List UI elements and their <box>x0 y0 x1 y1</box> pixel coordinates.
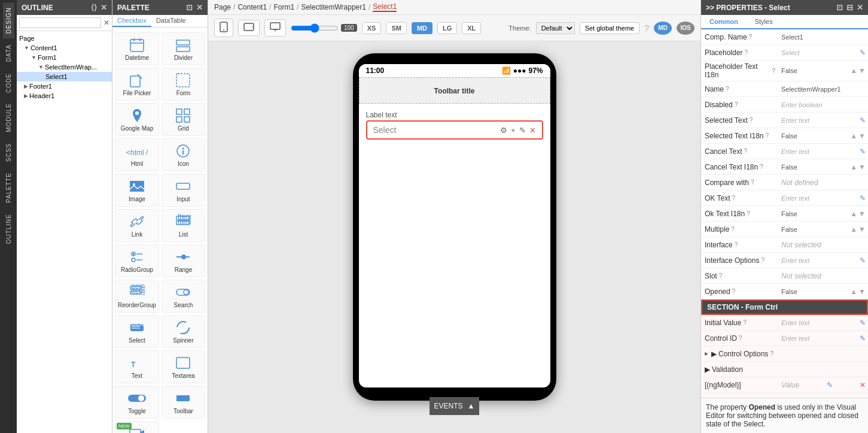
palette-expand-icon[interactable]: ⊡ <box>186 3 193 12</box>
ok-text-input[interactable] <box>781 195 858 202</box>
multiple-arrow-down[interactable]: ▼ <box>858 225 866 234</box>
tab-design[interactable]: DESIGN <box>3 2 14 38</box>
selected-text-i18n-help[interactable]: ? <box>766 132 769 139</box>
size-sm-btn[interactable]: SM <box>386 22 407 34</box>
outline-item-select1[interactable]: Select1 ➤ <box>17 72 112 81</box>
palette-item-image[interactable]: Image <box>115 174 159 207</box>
tab-palette[interactable]: PALETTE <box>3 168 14 208</box>
size-md-btn[interactable]: MD <box>412 22 433 34</box>
palette-item-toolbar[interactable]: Toolbar <box>162 386 205 419</box>
multiple-arrow-up[interactable]: ▲ <box>850 225 857 234</box>
palette-item-grid[interactable]: Grid <box>162 103 205 136</box>
outline-item-footer1[interactable]: ▶ Footer1 <box>17 81 112 91</box>
outline-search-input[interactable] <box>19 17 101 28</box>
events-button[interactable]: EVENTS ▲ <box>430 397 480 415</box>
selected-text-edit-icon[interactable]: ✎ <box>860 116 866 125</box>
control-options-help[interactable]: ? <box>770 350 773 357</box>
opened-arrow-down[interactable]: ▼ <box>858 287 866 296</box>
opened-help[interactable]: ? <box>732 288 736 295</box>
tab-code[interactable]: CODE <box>3 68 14 98</box>
select-delete-icon[interactable]: ✕ <box>529 126 536 135</box>
help-icon[interactable]: ? <box>644 23 649 33</box>
placeholder-help[interactable]: ? <box>744 49 748 56</box>
validation-arrow[interactable]: ▶ <box>705 365 710 374</box>
selected-text-help[interactable]: ? <box>750 117 753 123</box>
set-global-theme-btn[interactable]: Set global theme <box>580 22 640 34</box>
palette-item-text[interactable]: T Text <box>115 350 159 383</box>
st-i18n-arrow-up[interactable]: ▲ <box>850 132 857 140</box>
interface-help[interactable]: ? <box>735 241 738 248</box>
device-tablet-btn[interactable] <box>238 20 260 36</box>
platform-md-btn[interactable]: MD <box>654 22 672 35</box>
select-gear-icon[interactable]: ⚙ <box>500 126 507 135</box>
props-icon1[interactable]: ⊡ <box>836 3 843 12</box>
palette-item-radiogroup[interactable]: RadioGroup <box>115 244 159 277</box>
outline-item-content1[interactable]: ▼ Content1 <box>17 43 112 53</box>
tab-data[interactable]: DATA <box>3 40 14 66</box>
palette-item-range[interactable]: Range <box>162 244 205 277</box>
palette-item-input[interactable]: Input <box>162 174 205 207</box>
multiple-help[interactable]: ? <box>731 226 735 232</box>
select-component[interactable]: Select ⚙ + ✎ ✕ <box>366 120 543 140</box>
tab-styles[interactable]: Styles <box>747 15 781 29</box>
palette-item-reordergroup[interactable]: Item 1Item 2 ReorderGroup <box>115 280 159 313</box>
palette-item-divider[interactable]: Divider <box>162 32 205 65</box>
placeholder-i18n-arrow-down[interactable]: ▼ <box>858 66 866 75</box>
initial-value-input[interactable] <box>781 319 858 326</box>
outline-collapse-icon[interactable]: ⟨⟩ <box>91 3 97 12</box>
interface-options-help[interactable]: ? <box>761 257 765 264</box>
placeholder-i18n-arrow-up[interactable]: ▲ <box>850 66 857 75</box>
tab-module[interactable]: MODULE <box>3 98 14 137</box>
selected-text-input[interactable] <box>781 117 858 124</box>
breadcrumb-content1[interactable]: Content1 <box>237 3 267 11</box>
control-id-input[interactable] <box>781 335 858 342</box>
select-edit-icon[interactable]: ✎ <box>519 126 526 135</box>
control-id-help[interactable]: ? <box>739 335 742 341</box>
cancel-text-i18n-help[interactable]: ? <box>760 163 763 170</box>
outline-search-close[interactable]: ✕ <box>103 19 109 27</box>
palette-item-form[interactable]: Form <box>162 68 205 101</box>
cancel-text-edit-icon[interactable]: ✎ <box>860 147 866 156</box>
palette-item-search[interactable]: Search <box>162 280 205 313</box>
placeholder-i18n-help[interactable]: ? <box>772 68 775 74</box>
palette-item-textarea[interactable]: Textarea <box>162 350 205 383</box>
ok-text-i18n-help[interactable]: ? <box>747 210 750 217</box>
placeholder-input[interactable] <box>781 49 858 56</box>
device-desktop-btn[interactable] <box>264 19 286 37</box>
initial-value-help[interactable]: ? <box>743 319 747 326</box>
cancel-text-help[interactable]: ? <box>744 148 747 155</box>
ct-i18n-arrow-up[interactable]: ▲ <box>850 163 857 171</box>
palette-item-icon[interactable]: Icon <box>162 138 205 171</box>
ngmodel-del-icon[interactable]: ✕ <box>860 381 866 389</box>
tab-outline[interactable]: OUTLINE <box>3 209 14 249</box>
breadcrumb-page[interactable]: Page <box>214 3 231 11</box>
disabled-help[interactable]: ? <box>735 101 738 108</box>
size-lg-btn[interactable]: LG <box>437 22 457 34</box>
palette-item-googlemap[interactable]: Google Map <box>115 103 159 136</box>
cancel-text-input[interactable] <box>781 148 858 155</box>
palette-item-toggle[interactable]: Toggle <box>115 386 159 419</box>
outline-item-header1[interactable]: ▶ Header1 <box>17 91 112 101</box>
name-help[interactable]: ? <box>726 86 729 92</box>
palette-close-icon[interactable]: ✕ <box>196 3 203 12</box>
palette-item-html[interactable]: <html /> Html <box>115 138 159 171</box>
initial-value-edit-icon[interactable]: ✎ <box>860 319 866 327</box>
outline-item-form1[interactable]: ▼ Form1 <box>17 53 112 62</box>
palette-item-spinner[interactable]: Spinner <box>162 315 205 348</box>
props-icon2[interactable]: ⊟ <box>846 3 853 12</box>
outline-close-icon[interactable]: ✕ <box>100 3 107 12</box>
select-add-icon[interactable]: + <box>511 126 516 135</box>
interface-options-edit-icon[interactable]: ✎ <box>860 256 866 265</box>
palette-item-list[interactable]: Item 1Item 2 List <box>162 209 205 242</box>
ok-text-help[interactable]: ? <box>732 195 735 201</box>
size-xl-btn[interactable]: XL <box>462 22 481 34</box>
tab-scss[interactable]: SCSS <box>3 138 14 166</box>
breadcrumb-selectitemwrapper[interactable]: SelectitemWrapper1 <box>301 3 366 11</box>
control-options-arrow[interactable]: ▶ <box>711 350 717 358</box>
ct-i18n-arrow-down[interactable]: ▼ <box>858 163 866 171</box>
disabled-input[interactable] <box>781 101 866 108</box>
st-i18n-arrow-down[interactable]: ▼ <box>858 132 866 140</box>
theme-select[interactable]: Default <box>536 22 575 34</box>
ok-i18n-arrow-down[interactable]: ▼ <box>858 210 866 218</box>
control-id-edit-icon[interactable]: ✎ <box>860 334 866 343</box>
